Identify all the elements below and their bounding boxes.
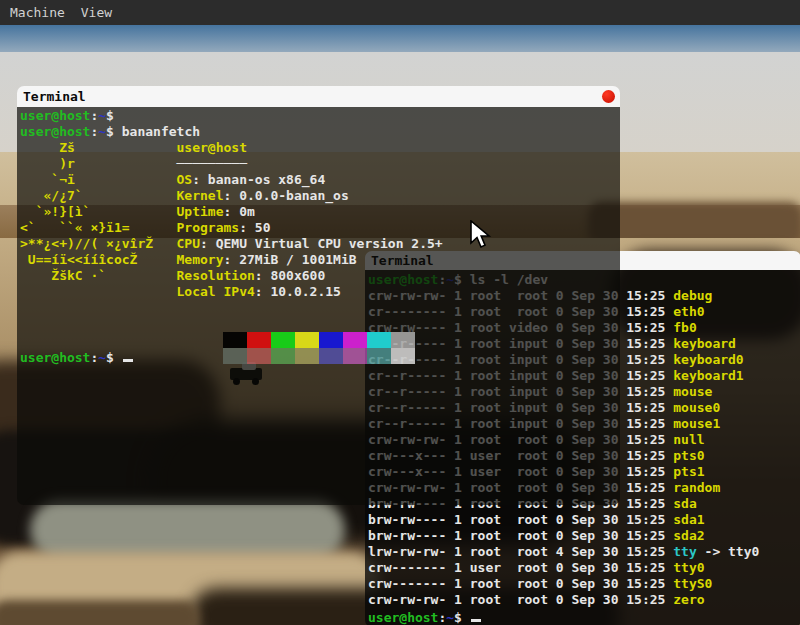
ascii-art: U==íï<<ííîcocŽ: [20, 252, 177, 268]
fetch-row: <` ``« ×}ï1=Programs: 50: [20, 220, 620, 236]
file-listing-row: brw-rw---- 1 root root 0 Sep 30 15:25 sd…: [368, 528, 800, 544]
palette-swatch: [367, 348, 391, 364]
fetch-row: `¬ïOS: banan-os x86_64: [20, 172, 620, 188]
prompt-line: user@host:~$: [20, 108, 620, 124]
palette-swatch: [271, 332, 295, 348]
fetch-row: Zšuser@host: [20, 140, 620, 156]
prompt-line: user@host:~$ bananfetch: [20, 124, 620, 140]
blank-line: [20, 300, 620, 316]
palette-swatch: [343, 332, 367, 348]
palette-swatch: [247, 348, 271, 364]
file-listing-row: crw------- 1 user root 0 Sep 30 15:25 tt…: [368, 560, 800, 576]
menu-item-machine[interactable]: Machine: [2, 0, 73, 25]
window-title: Terminal: [23, 89, 86, 104]
fetch-row: `»!}[ì`Uptime: 0m: [20, 204, 620, 220]
text-cursor: [471, 608, 481, 622]
fetch-row: «/¿7`Kernel: 0.0.0-banan_os: [20, 188, 620, 204]
prompt-line: user@host:~$: [368, 608, 800, 624]
ascii-art: ŽškC ·`: [20, 268, 177, 284]
file-listing-row: lrw-rw-rw- 1 root root 4 Sep 30 15:25 tt…: [368, 544, 800, 560]
palette-swatch: [319, 348, 343, 364]
ascii-art: <` ``« ×}ï1=: [20, 220, 177, 236]
fetch-row: ŽškC ·`Resolution: 800x600: [20, 268, 620, 284]
palette-swatch: [391, 348, 415, 364]
palette-swatch: [247, 332, 271, 348]
file-listing-row: crw-rw-rw- 1 root root 0 Sep 30 15:25 ze…: [368, 592, 800, 608]
title-bar[interactable]: Terminal: [17, 86, 620, 107]
dry-flat: [30, 500, 345, 560]
ascii-art: )r: [20, 156, 177, 172]
menu-bar: Machine View: [0, 0, 800, 25]
palette-swatch: [223, 348, 247, 364]
color-palette-row-normal: [20, 316, 620, 332]
terminal-content[interactable]: user@host:~$ user@host:~$ bananfetch Zšu…: [17, 107, 620, 505]
ascii-art: Zš: [20, 140, 177, 156]
mouse-cursor-icon: [470, 220, 492, 254]
bottom-ledge: [0, 600, 200, 625]
file-listing-row: brw-rw---- 1 root root 0 Sep 30 15:25 sd…: [368, 512, 800, 528]
fetch-row: >**¿<+)//( ×¿vîrŽCPU: QEMU Virtual CPU v…: [20, 236, 620, 252]
close-button[interactable]: [602, 90, 615, 103]
palette-swatch: [223, 332, 247, 348]
fetch-row: U==íï<<ííîcocŽMemory: 27MiB / 1001MiB: [20, 252, 620, 268]
palette-swatch: [295, 348, 319, 364]
palette-swatch: [319, 332, 343, 348]
palette-swatch: [391, 332, 415, 348]
sky-band: [0, 25, 800, 52]
menu-item-view[interactable]: View: [73, 0, 120, 25]
ascii-art: `»!}[ì`: [20, 204, 177, 220]
palette-swatch: [367, 332, 391, 348]
fetch-row: )r─────────: [20, 156, 620, 172]
ascii-art: «/¿7`: [20, 188, 177, 204]
terminal-window-bananfetch: Terminal user@host:~$ user@host:~$ banan…: [17, 86, 620, 505]
ascii-art: >**¿<+)//( ×¿vîrŽ: [20, 236, 177, 252]
file-listing-row: crw------- 1 root root 0 Sep 30 15:25 tt…: [368, 576, 800, 592]
text-cursor: [123, 348, 133, 362]
palette-swatch: [295, 332, 319, 348]
fetch-row: Local IPv4: 10.0.2.15: [20, 284, 620, 300]
palette-swatch: [343, 348, 367, 364]
ascii-art: `¬ï: [20, 172, 177, 188]
palette-swatch: [271, 348, 295, 364]
